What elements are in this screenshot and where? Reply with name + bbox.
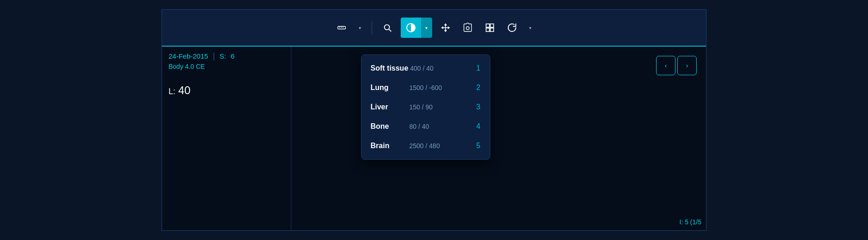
viewer-right: ‹ › I: 5 (1/5 [291, 47, 706, 230]
screenshot-button[interactable] [459, 19, 476, 36]
prev-icon: ‹ [665, 62, 667, 69]
svg-point-7 [466, 27, 469, 30]
window-level-dropdown: Soft tissue 400 / 40 1 Lung 1500 / -600 … [361, 54, 490, 160]
window-level-button[interactable] [401, 18, 421, 38]
svg-point-4 [384, 25, 389, 30]
wl-option-shortcut: 1 [471, 64, 481, 72]
camera-icon [463, 23, 473, 33]
wl-option-name: Soft tissue [371, 64, 409, 72]
study-date-row: 24-Feb-2015 | S: 6 [169, 51, 284, 61]
wl-option-brain[interactable]: Brain 2500 / 480 5 [362, 136, 490, 156]
svg-rect-9 [490, 24, 493, 27]
wl-option-soft-tissue[interactable]: Soft tissue 400 / 40 1 [362, 59, 490, 78]
search-button[interactable] [379, 19, 396, 36]
date-separator: | [213, 51, 215, 61]
rotate-dropdown-button[interactable]: ▾ [525, 19, 536, 36]
pan-icon [440, 23, 451, 33]
grid-icon [485, 23, 495, 33]
series-label: S: [220, 52, 226, 60]
wl-option-shortcut: 3 [471, 103, 481, 111]
wl-option-shortcut: 5 [471, 142, 481, 150]
wl-option-name: Bone [371, 122, 408, 131]
wl-value: 40 [178, 84, 191, 97]
circle-half-icon [405, 22, 416, 33]
info-panel: 24-Feb-2015 | S: 6 Body 4.0 CE L: 40 [162, 47, 291, 230]
window-level-group: ▾ Soft tissue 400 / 40 1 Lung 1500 / -60… [401, 18, 432, 38]
wl-label: L: [169, 87, 175, 96]
series-value: 6 [231, 52, 235, 60]
image-info: I: 5 (1/5 [680, 218, 701, 226]
nav-buttons: ‹ › [656, 56, 697, 75]
ruler-button[interactable] [333, 19, 350, 36]
study-date: 24-Feb-2015 [169, 52, 208, 60]
wl-option-name: Liver [371, 103, 408, 111]
next-icon: › [686, 62, 688, 69]
svg-rect-8 [486, 24, 489, 27]
svg-rect-11 [490, 28, 493, 31]
search-icon [382, 23, 392, 33]
image-value: 5 (1/5 [685, 218, 701, 226]
wl-option-values: 400 / 40 [410, 65, 471, 72]
window-level-dropdown-button[interactable]: ▾ [421, 18, 432, 38]
rotate-button[interactable] [503, 19, 521, 36]
pan-button[interactable] [437, 19, 454, 36]
wl-option-shortcut: 2 [471, 84, 481, 92]
wl-option-shortcut: 4 [471, 122, 481, 131]
chevron-down-icon: ▾ [425, 25, 428, 30]
wl-option-lung[interactable]: Lung 1500 / -600 2 [362, 78, 490, 97]
wl-option-liver[interactable]: Liver 150 / 90 3 [362, 97, 490, 117]
wl-option-name: Lung [371, 84, 408, 92]
ruler-dropdown-button[interactable]: ▾ [355, 19, 365, 36]
toolbar: ▾ ▾ Soft tissue [162, 10, 706, 47]
wl-option-bone[interactable]: Bone 80 / 40 4 [362, 117, 490, 136]
viewer-container: ▾ ▾ Soft tissue [162, 9, 706, 231]
wl-info-row: L: 40 [169, 84, 284, 97]
rotate-icon [507, 23, 517, 33]
wl-option-name: Brain [371, 142, 408, 150]
ruler-icon [337, 23, 347, 33]
wl-option-values: 150 / 90 [410, 103, 471, 111]
wl-option-values: 2500 / 480 [410, 142, 471, 150]
next-button[interactable]: › [677, 56, 697, 75]
separator-1 [372, 21, 372, 35]
study-description: Body 4.0 CE [169, 63, 284, 70]
svg-rect-0 [338, 26, 345, 29]
svg-line-5 [389, 30, 391, 32]
svg-rect-10 [486, 28, 489, 31]
image-label: I: [680, 218, 683, 226]
layout-button[interactable] [481, 19, 499, 36]
wl-option-values: 80 / 40 [410, 123, 471, 130]
wl-option-values: 1500 / -600 [410, 84, 471, 91]
prev-button[interactable]: ‹ [656, 56, 675, 75]
